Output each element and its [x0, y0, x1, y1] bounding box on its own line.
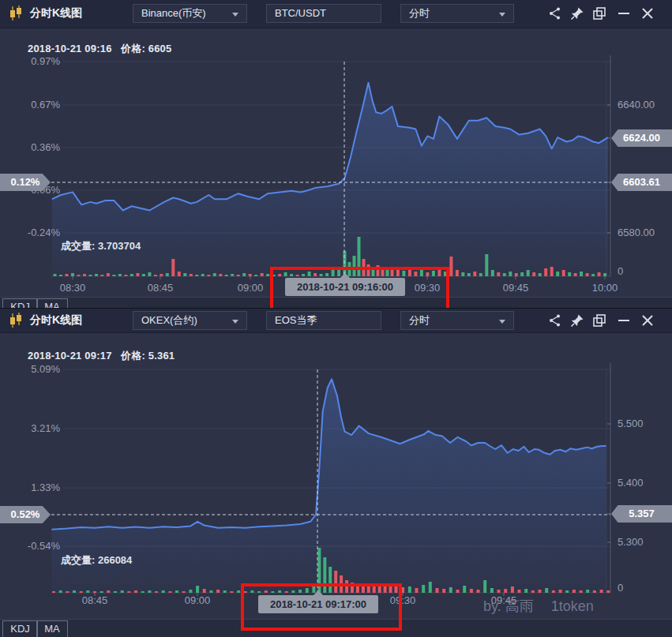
chevron-down-icon [499, 13, 505, 17]
symbol-input[interactable]: BTC/USDT [266, 4, 381, 23]
price-axis-tick: 6640.00 [618, 99, 655, 111]
hover-datetime: 2018-10-21 09:16 [28, 43, 112, 54]
price-axis-tick: 6580.00 [618, 227, 655, 239]
pin-icon[interactable] [570, 6, 584, 21]
last-price-badge: 6624.00 [611, 129, 672, 147]
y-axis-tick: 1.33% [5, 481, 60, 494]
chart-area: 2018-10-21 09:17 价格: 5.361 成交量: 266084 5… [0, 332, 672, 637]
kdj-indicator-button[interactable]: KDJ [2, 620, 38, 637]
price-volume-chart[interactable] [0, 332, 672, 620]
crosshair-pct-badge: 0.12% [0, 174, 51, 191]
share-icon[interactable] [548, 313, 562, 328]
price-volume-chart[interactable] [0, 28, 672, 308]
watermark: by. 高雨1token [483, 597, 641, 616]
symbol-input-value: BTC/USDT [275, 7, 326, 19]
panel-title: 分时K线图 [30, 6, 82, 21]
crosshair-price-badge: 6603.61 [611, 174, 672, 191]
price-axis-tick: 5.300 [618, 536, 644, 549]
hover-price: 价格: 5.361 [121, 350, 175, 362]
volume-axis-zero: 0 [618, 582, 623, 594]
panel-header: 分时K线图 OKEX(合约) EOS当季 分时 [0, 309, 672, 333]
y-axis-tick: 3.21% [5, 422, 60, 435]
watermark-brand: 1token [551, 598, 594, 614]
y-axis-tick: -0.24% [5, 227, 60, 239]
x-axis-tick: 09:00 [230, 282, 271, 294]
annotation-box [241, 583, 402, 631]
y-axis-tick: -0.54% [5, 540, 60, 553]
chevron-down-icon [232, 320, 238, 324]
hover-datetime: 2018-10-21 09:17 [28, 350, 112, 362]
ma-indicator-button[interactable]: MA [36, 298, 68, 308]
y-axis-tick: 0.67% [5, 99, 60, 111]
close-icon[interactable] [640, 6, 655, 21]
panel-title: 分时K线图 [30, 313, 82, 328]
kline-chart-icon [8, 313, 24, 328]
y-axis-tick: 5.09% [5, 363, 60, 376]
watermark-author: by. 高雨 [483, 598, 534, 614]
trading-app-window: 分时K线图 Binance(币安) BTC/USDT 分时 [0, 0, 672, 637]
interval-select[interactable]: 分时 [400, 311, 514, 330]
chevron-down-icon [499, 320, 505, 324]
kline-chart-icon [8, 6, 24, 21]
price-axis-tick: 5.400 [618, 477, 644, 489]
x-axis-tick: 08:30 [52, 282, 93, 294]
chart-panel-btcusdt: 分时K线图 Binance(币安) BTC/USDT 分时 [0, 0, 672, 308]
close-icon[interactable] [640, 313, 655, 328]
symbol-input-value: EOS当季 [275, 314, 317, 326]
ma-indicator-button[interactable]: MA [36, 620, 68, 637]
kdj-indicator-button[interactable]: KDJ [2, 298, 38, 308]
share-icon[interactable] [548, 6, 562, 21]
panel-header: 分时K线图 Binance(币安) BTC/USDT 分时 [0, 0, 672, 28]
y-axis-tick: 0.97% [5, 55, 60, 68]
volume-axis-zero: 0 [618, 265, 623, 278]
interval-select-value: 分时 [409, 7, 430, 19]
price-axis-tick: 5.500 [618, 418, 644, 430]
y-axis-tick: 0.36% [5, 141, 60, 154]
duplicate-icon[interactable] [592, 6, 606, 21]
interval-select-value: 分时 [409, 314, 430, 326]
exchange-select[interactable]: Binance(币安) [133, 4, 247, 23]
pin-icon[interactable] [570, 313, 584, 328]
exchange-select-value: Binance(币安) [141, 7, 206, 19]
hover-price: 价格: 6605 [121, 43, 171, 54]
annotation-box [270, 267, 449, 308]
interval-select[interactable]: 分时 [400, 4, 514, 23]
volume-label: 成交量: 3.703704 [61, 239, 141, 253]
x-axis-tick: 10:00 [584, 282, 625, 294]
exchange-select-value: OKEX(合约) [141, 314, 197, 326]
hover-info: 2018-10-21 09:17 价格: 5.361 [28, 349, 175, 363]
hover-info: 2018-10-21 09:16 价格: 6605 [28, 42, 171, 56]
x-axis-tick: 09:00 [177, 594, 218, 606]
x-axis-tick: 08:45 [74, 594, 115, 606]
minimize-icon[interactable] [617, 313, 631, 328]
exchange-select[interactable]: OKEX(合约) [133, 311, 247, 330]
duplicate-icon[interactable] [592, 313, 606, 328]
x-axis-tick: 08:45 [140, 282, 181, 294]
minimize-icon[interactable] [617, 6, 631, 21]
volume-label: 成交量: 266084 [61, 553, 132, 568]
chart-area: 2018-10-21 09:16 价格: 6605 成交量: 3.703704 … [0, 28, 672, 308]
chart-panel-eos: 分时K线图 OKEX(合约) EOS当季 分时 [0, 308, 672, 637]
symbol-input[interactable]: EOS当季 [266, 311, 381, 330]
crosshair-pct-badge: 0.52% [0, 506, 51, 523]
x-axis-tick: 09:45 [495, 282, 536, 294]
crosshair-price-badge: 5.357 [611, 505, 672, 523]
chevron-down-icon [232, 13, 238, 17]
